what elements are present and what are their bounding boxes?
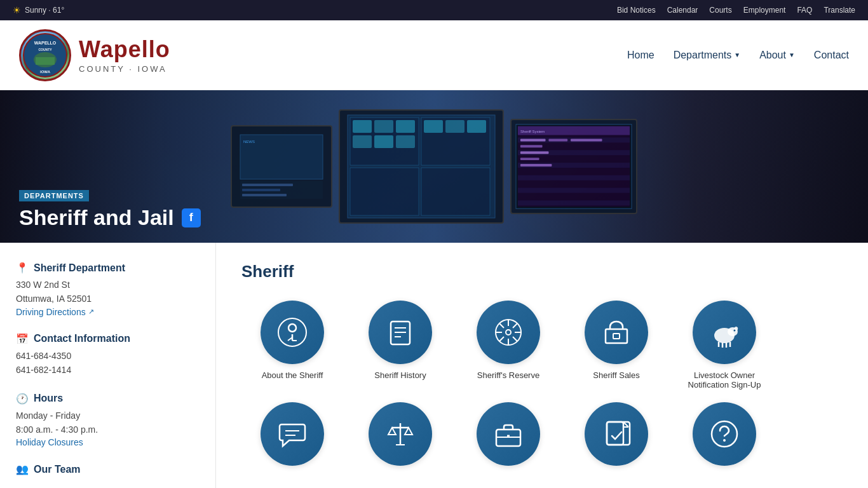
svg-rect-23 [374,135,393,148]
hero-title: Sheriff and Jail f [19,205,201,230]
svg-line-66 [499,323,504,328]
monitor-2 [339,109,504,224]
svg-rect-27 [467,120,486,133]
section-title: Sheriff [241,262,843,281]
hours-section: 🕐 Hours Monday - Friday 8:00 a.m. - 4:30… [16,393,200,449]
sheriffs-reserve-card[interactable]: Sheriff's Reserve [458,301,559,390]
svg-rect-49 [520,158,539,160]
svg-rect-24 [396,135,415,148]
departments-nav[interactable]: Departments ▼ [674,50,741,61]
departments-dropdown-arrow: ▼ [734,51,740,58]
nav-links: Home Departments ▼ About ▼ Contact [627,50,849,61]
sheriff-sales-card[interactable]: Sheriff Sales [566,301,667,390]
svg-text:IOWA: IOWA [40,70,51,74]
svg-line-69 [499,337,504,341]
livestock-card[interactable]: Livestock Owner Notification Sign-Up [674,301,775,390]
scales-icon-circle [369,402,432,466]
faq-link[interactable]: FAQ [797,6,812,15]
sheriff-sales-label: Sheriff Sales [593,370,639,380]
weather-info: ☀ Sunny · 61° [13,5,64,15]
content-area: 📍 Sheriff Department 330 W 2nd St Ottumw… [0,243,868,488]
svg-line-67 [513,337,517,341]
monitor-3: Sheriff System [510,119,637,214]
svg-rect-71 [613,334,620,339]
svg-rect-25 [424,120,443,133]
svg-rect-20 [374,120,393,133]
svg-rect-39 [518,175,630,180]
briefcase-card[interactable] [458,402,559,472]
svg-rect-22 [353,135,372,148]
main-nav: WAPELLO COUNTY IOWA Wapello COUNTY · IOW… [0,20,868,90]
icon-grid-row2 [241,402,843,472]
svg-rect-50 [520,164,552,166]
hero-overlay: DEPARTMENTS Sheriff and Jail f [19,189,201,230]
bid-notices-link[interactable]: Bid Notices [617,6,656,15]
sheriff-sales-icon-circle [585,301,648,364]
county-name: Wapello [79,36,170,63]
question-icon-circle [693,402,756,466]
sheriffs-reserve-icon-circle [477,301,540,364]
about-sheriff-card[interactable]: About the Sheriff [241,301,343,390]
svg-rect-18 [421,168,490,215]
briefcase-icon-circle [477,402,540,466]
svg-rect-11 [242,189,280,191]
svg-point-75 [733,329,735,331]
facebook-icon[interactable]: f [182,208,201,227]
about-dropdown-arrow: ▼ [789,51,795,58]
icon-grid-row1: About the Sheriff Sheriff History [241,301,843,390]
svg-rect-10 [242,184,293,186]
holiday-closures-link[interactable]: Holiday Closures [16,437,83,447]
sheriff-history-icon-circle [369,301,432,364]
document-check-icon-circle [585,402,648,466]
sheriff-history-label: Sheriff History [374,370,426,380]
clock-icon: 🕐 [16,393,29,405]
document-check-card[interactable] [566,402,667,472]
about-sheriff-icon-circle [261,301,324,364]
svg-rect-48 [520,151,549,154]
county-logo: WAPELLO COUNTY IOWA [19,29,71,81]
question-card[interactable] [674,402,775,472]
team-icon: 👥 [16,463,29,475]
top-bar: ☀ Sunny · 61° Bid Notices Calendar Court… [0,0,868,20]
svg-point-51 [288,324,296,332]
dept-address-section: 📍 Sheriff Department 330 W 2nd St Ottumw… [16,262,200,318]
chat-icon-circle [261,402,324,466]
svg-rect-4 [36,57,55,65]
svg-rect-17 [350,168,419,215]
home-nav[interactable]: Home [627,50,654,61]
translate-link[interactable]: Translate [824,6,855,15]
svg-text:NEWS: NEWS [243,140,255,144]
svg-point-61 [506,330,511,335]
sidebar: 📍 Sheriff Department 330 W 2nd St Ottumw… [0,243,216,488]
employment-link[interactable]: Employment [743,6,786,15]
hours-title: 🕐 Hours [16,393,200,405]
svg-rect-41 [518,188,630,193]
svg-point-90 [712,421,737,447]
calendar-link[interactable]: Calendar [667,6,698,15]
contact-nav[interactable]: Contact [814,50,849,61]
about-nav[interactable]: About ▼ [759,50,795,61]
contact-icon: 📅 [16,333,29,345]
hero-badge: DEPARTMENTS [19,190,89,201]
livestock-label: Livestock Owner Notification Sign-Up [674,370,775,390]
driving-directions-link[interactable]: Driving Directions ↗ [16,307,94,317]
svg-rect-21 [396,120,415,133]
svg-point-91 [723,439,726,442]
sun-icon: ☀ [13,5,21,15]
scales-card[interactable] [349,402,451,472]
sheriff-history-card[interactable]: Sheriff History [349,301,451,390]
courts-link[interactable]: Courts [709,6,731,15]
svg-rect-38 [518,169,630,174]
our-team-title: 👥 Our Team [16,463,200,475]
chat-card[interactable] [241,402,343,472]
hero-banner: NEWS [0,90,868,243]
sheriffs-reserve-label: Sheriff's Reserve [477,370,539,380]
hours-text: Monday - Friday 8:00 a.m. - 4:30 p.m. [16,409,200,437]
svg-text:Sheriff System: Sheriff System [520,130,545,133]
svg-rect-47 [520,145,543,147]
address-text: 330 W 2nd St Ottumwa, IA 52501 [16,278,200,306]
monitor-1: NEWS [231,125,332,208]
svg-rect-42 [518,194,630,200]
svg-rect-26 [445,120,465,133]
svg-rect-40 [518,182,630,187]
